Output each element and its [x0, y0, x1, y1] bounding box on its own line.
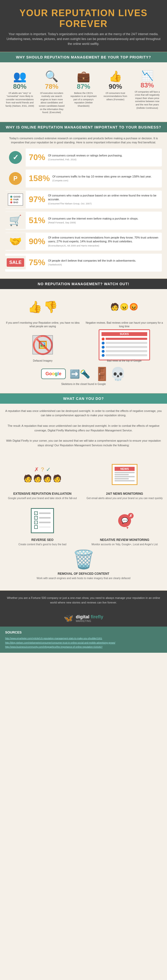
fact-percent-1: 70%: [29, 153, 45, 162]
check-circle-icon: ✓: [9, 151, 22, 164]
sources-title: SOURCES: [5, 630, 162, 634]
fact-row-2: P 158% Of consumers traffic to the top 1…: [5, 170, 162, 188]
fact-percent-5: 90%: [29, 237, 45, 246]
person-icon-1: 🧑: [110, 303, 119, 311]
fact-text-2: Of consumers traffic to the top 10 revie…: [52, 175, 152, 182]
news-monitoring-icon: NEWS: [112, 464, 138, 485]
fact-row-4: 🛒 51% Of consumers use the internet even…: [5, 212, 162, 229]
logo-name: digital firefly: [76, 614, 103, 620]
chart-icon: 📉: [141, 70, 153, 81]
service-item-2: NEWS 24/7 NEWS MONITORING Get email aler…: [86, 459, 163, 500]
logo-text-wrap: digital firefly MARKETING: [76, 614, 103, 622]
stat-desc-4: Of consumers trust recommendations from …: [101, 92, 130, 101]
watchout-caption-3: Defaced Imagery: [4, 359, 82, 363]
service-desc-2: Get email alerts about you and your bran…: [87, 496, 163, 500]
service-visual-1: ✗ ? ✓ 🧑 🧑 🧑 🧑: [4, 459, 81, 490]
people-icon: 👥: [13, 70, 26, 83]
logo-sub: MARKETING: [76, 620, 103, 622]
source-item-2[interactable]: http://blog.nielsen.com/nielsenwire/cons…: [5, 641, 162, 645]
service-visual-3: ✓ ✓ ✓: [4, 505, 81, 536]
thumb-down-icon: 👎: [43, 300, 58, 314]
check-icon: ✓: [46, 466, 51, 473]
watchout-visual-1: 👍 👎: [4, 294, 82, 320]
fact-row-6: SALE 75% Of people don't believe that co…: [5, 254, 162, 272]
watchout-section: 👍 👎 If you aren't monitoring your Reputa…: [0, 289, 167, 393]
watchout-item-2: 🧑 😠 😡 Negative reviews. Bad reviews onli…: [85, 294, 164, 328]
checklist-check-3: ✓: [34, 521, 38, 524]
stat-number-3: 87%: [77, 83, 90, 91]
person-icon-2: 😠: [120, 303, 129, 311]
service-visual-4: 💬 ✗: [86, 505, 163, 536]
section3-title: NO REPUTATION MANAGEMENT? WATCH OUT!: [0, 279, 167, 289]
watchout-caption-4: Bad news at the top of Google: [85, 359, 164, 363]
sale-tag-icon: SALE: [7, 258, 24, 267]
service-desc-1: Google yourself and your brand and take …: [8, 496, 77, 500]
spotlight-arrow-icon: ➡️🔦: [70, 369, 90, 379]
trash-can-icon: 🗑️: [72, 549, 95, 570]
fact-content-4: 51% Of consumers use the internet even b…: [26, 213, 162, 228]
fact-icon-gfb: GOOD FAIR BAD: [5, 191, 26, 208]
source-item-1[interactable]: http://www.emarketer.com/Article/US-repu…: [5, 636, 162, 640]
google-spotlight-wrap: Google ➡️🔦 🚪💀 Skeletons in the closet fo…: [4, 366, 163, 385]
fact-percent-6: 75%: [29, 258, 45, 267]
section2-title: WHY IS ONLINE REPUTATION MANAGEMENT IMPO…: [0, 122, 167, 132]
stat-number-2: 78%: [45, 83, 58, 91]
service-item-3: ✓ ✓ ✓ REVERS: [4, 505, 81, 546]
why-section: 👥 80% Of adults are "very" or "somewhat"…: [0, 62, 167, 122]
google-visual: Google ➡️🔦 🚪💀: [41, 366, 126, 381]
person-icon-3: 😡: [129, 303, 138, 311]
fact-percent-4: 51%: [29, 216, 45, 225]
cart-icon: 🛒: [9, 215, 22, 226]
service-item-4: 💬 ✗ NEGATIVE REVIEW MONITORING Monitor a…: [86, 505, 163, 546]
header: YOUR REPUTATION LIVES FOREVER Your reput…: [0, 0, 167, 52]
thumbs-pair-icon: 👍 👎: [28, 300, 58, 314]
watchout-item-3: 🖼️ 🚫 Defaced Imagery: [4, 332, 82, 363]
person-eval-4: 🧑: [53, 474, 62, 483]
thumb-up-icon: 👍: [28, 300, 42, 314]
stat-number-1: 80%: [13, 83, 26, 91]
firefly-icon: 🦋: [64, 614, 73, 623]
fact-row-5: 🤝 90% Of online consumers trust recommen…: [5, 232, 162, 251]
question-icon: ?: [41, 466, 44, 473]
person-eval-2: 🧑: [33, 474, 42, 483]
stat-item-2: 🔍 78% Of executive recruiters routinely …: [37, 70, 66, 114]
p-badge-icon: P: [9, 172, 22, 185]
person-eval-1: 🧑: [23, 474, 32, 483]
stat-desc-5: Of companies will face a crisis that wil…: [133, 90, 162, 110]
stats-row: 👥 80% Of adults are "very" or "somewhat"…: [3, 67, 164, 117]
eval-symbols: ✗ ? ✓: [34, 466, 51, 473]
no-badge-icon: ✗: [128, 513, 133, 519]
stat-desc-3: Believe the CEO's reputation is an impor…: [69, 92, 98, 108]
x-icon: ✗: [34, 466, 39, 473]
importance-intro: Today's consumers conduct extensive rese…: [5, 136, 162, 145]
watchout-item-1: 👍 👎 If you aren't monitoring your Reputa…: [4, 294, 82, 328]
eval-people-icons: 🧑 🧑 🧑 🧑: [23, 474, 62, 483]
service-visual-2: NEWS: [86, 459, 163, 490]
fact-icon-checkmark: ✓: [5, 148, 26, 167]
service-name-1: EXTENSIVE REPUTATION EVALUATION: [13, 492, 71, 495]
fact-row-3: GOOD FAIR BAD 97% Of consumers who made …: [5, 191, 162, 208]
source-item-3[interactable]: http://www.business2community.com/infogr…: [5, 645, 162, 649]
person-eval-3: 🧑: [43, 474, 52, 483]
closet-icon: 🚪💀: [94, 366, 126, 381]
conclusion-section: Whether you are a Fortune 500 company or…: [0, 591, 167, 610]
removal-desc: Work with search engines and web hosts t…: [37, 577, 130, 580]
fact-icon-p: P: [5, 170, 26, 188]
defaced-imagery-icon: 🖼️ 🚫: [32, 335, 53, 355]
header-subtitle: Your reputation is important. Today's or…: [5, 32, 162, 47]
sources-section: SOURCES http://www.emarketer.com/Article…: [0, 627, 167, 653]
removal-section: 🗑️ REMOVAL OF DEFACED CONTENT Work with …: [4, 546, 163, 585]
watchout-caption-2: Negative reviews. Bad reviews online can…: [85, 321, 164, 328]
fact-icon-cart: 🛒: [5, 212, 26, 229]
fact-text-6: Of people don't believe that companies t…: [48, 259, 136, 266]
search-icon: 🔍: [45, 70, 58, 83]
stat-item-4: 👍 90% Of consumers trust recommendations…: [101, 70, 130, 101]
watchout-visual-3: 🖼️ 🚫: [4, 332, 82, 358]
service-item-1: ✗ ? ✓ 🧑 🧑 🧑 🧑 EXTENSIVE REPUTATION EVALU…: [4, 459, 81, 500]
sources-list: http://www.emarketer.com/Article/US-repu…: [5, 636, 162, 649]
gfb-list-icon: GOOD FAIR BAD: [8, 193, 23, 206]
whatcando-text-2: The result: A reputation that was once u…: [5, 424, 162, 433]
whatcando-section: A reputation that was once unblemished c…: [0, 404, 167, 454]
review-monitoring-icon: 💬 ✗: [118, 514, 131, 527]
service-name-3: REVERSE SEO: [31, 538, 53, 542]
